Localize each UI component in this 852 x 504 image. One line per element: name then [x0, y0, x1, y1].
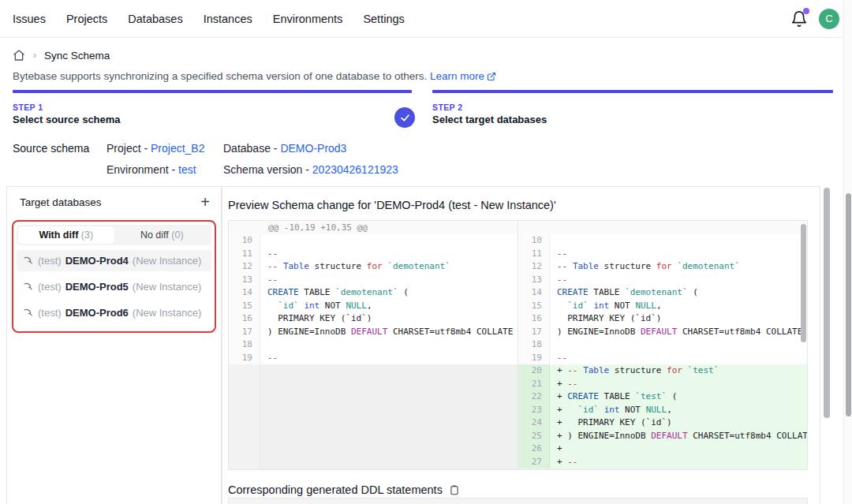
diff-line-16: 16 PRIMARY KEY (`id`) — [229, 312, 518, 326]
step-1-number: STEP 1 — [13, 103, 412, 112]
code-text: `id` int NOT NULL, — [260, 300, 518, 313]
notifications-button[interactable] — [790, 10, 808, 28]
diff-hunk-header — [518, 221, 807, 234]
diff-line-22: 22+ CREATE TABLE `test` ( — [518, 390, 807, 404]
target-databases-title: Target databases — [20, 196, 102, 208]
diff-line-17: 17) ENGINE=InnoDB DEFAULT CHARSET=utf8mb… — [229, 326, 518, 339]
code-text: + -- Table structure for `test` — [550, 364, 807, 378]
home-icon[interactable] — [13, 49, 25, 62]
line-number: 26 — [518, 442, 550, 456]
nav-items: IssuesProjectsDatabasesInstancesEnvironm… — [13, 13, 405, 25]
line-number: 19 — [518, 352, 550, 365]
mysql-icon — [23, 282, 34, 293]
breadcrumb: › Sync Schema — [13, 49, 110, 62]
line-number: 22 — [518, 390, 550, 404]
database-link[interactable]: DEMO-Prod3 — [280, 142, 346, 155]
db-name: DEMO-Prod6 — [65, 307, 129, 319]
code-text: ) ENGINE=InnoDB DEFAULT CHARSET=utf8mb4 … — [550, 326, 807, 339]
nav-item-environments[interactable]: Environments — [273, 13, 343, 25]
source-database: Database - DEMO-Prod3 — [223, 142, 346, 155]
diff-line-12: 12-- Table structure for `demotenant` — [518, 260, 807, 274]
avatar[interactable]: C — [819, 9, 839, 29]
tab-no-diff-count: (0) — [171, 230, 183, 241]
project-link[interactable]: Project_B2 — [151, 142, 204, 155]
line-number: 15 — [518, 300, 550, 313]
code-text: -- — [550, 274, 807, 287]
diff-tabs: With diff (3) No diff (0) — [17, 225, 211, 245]
db-environment: (test) — [38, 281, 62, 293]
copy-icon[interactable] — [449, 484, 460, 496]
diff-line-27: 27+ -- — [518, 456, 807, 469]
db-instance-suffix: (New Instance) — [133, 281, 201, 293]
db-name: DEMO-Prod4 — [65, 255, 129, 267]
target-database-list: (test) DEMO-Prod4 (New Instance)(test) D… — [17, 250, 211, 323]
line-number: 10 — [229, 234, 260, 248]
mysql-icon — [23, 256, 34, 267]
add-target-database-button[interactable]: + — [200, 195, 210, 209]
code-text — [550, 338, 807, 352]
intro-text: Bytebase supports synchronizing a specif… — [13, 70, 496, 82]
ddl-title: Corresponding generated DDL statements — [228, 483, 443, 496]
diff-line-12: 12-- Table structure for `demotenant` — [229, 260, 518, 274]
page-scrollbar[interactable] — [846, 193, 851, 416]
code-text: ) ENGINE=InnoDB DEFAULT CHARSET=utf8mb4 … — [260, 326, 518, 339]
tab-with-diff[interactable]: With diff (3) — [18, 226, 114, 244]
step-1-label: Select source schema — [13, 114, 412, 125]
code-text: + -- — [550, 456, 807, 469]
target-databases-selection-box: With diff (3) No diff (0) (test) DEMO-Pr… — [12, 220, 216, 333]
line-number: 18 — [518, 338, 550, 352]
environment-link[interactable]: test — [178, 163, 196, 176]
line-number: 16 — [229, 312, 260, 326]
nav-item-issues[interactable]: Issues — [13, 13, 46, 25]
source-schema-version: Schema version - 20230426121923 — [223, 163, 398, 176]
diff-hunk-header: @@ -10,19 +10,35 @@ — [229, 221, 518, 234]
code-text: -- — [260, 248, 518, 261]
line-number: 20 — [518, 364, 550, 378]
diff-line-21: 21+ -- — [518, 378, 807, 391]
diff-line-14: 14CREATE TABLE `demotenant` ( — [518, 286, 807, 300]
line-number: 19 — [229, 352, 260, 365]
diff-empty-filler — [229, 364, 518, 469]
content-scrollbar[interactable] — [824, 188, 830, 418]
diff-line-26: 26+ — [518, 442, 807, 456]
tab-with-diff-label: With diff — [39, 230, 80, 241]
code-text: -- — [260, 274, 518, 287]
diff-line-25: 25+ ) ENGINE=InnoDB DEFAULT CHARSET=utf8… — [518, 430, 807, 443]
diff-line-15: 15 `id` int NOT NULL, — [229, 300, 518, 313]
line-number: 23 — [518, 404, 550, 417]
line-number: 21 — [518, 378, 550, 391]
code-text: + `id` int NOT NULL, — [550, 404, 807, 417]
diff-line-11: 11-- — [518, 248, 807, 261]
line-number: 13 — [518, 274, 550, 287]
nav-item-databases[interactable]: Databases — [128, 13, 182, 25]
line-number: 15 — [229, 300, 260, 313]
learn-more-link[interactable]: Learn more — [430, 70, 484, 82]
line-number: 16 — [518, 312, 550, 326]
target-database-item-demo-prod5[interactable]: (test) DEMO-Prod5 (New Instance) — [17, 276, 211, 297]
diff-line-20: 20+ -- Table structure for `test` — [518, 364, 807, 378]
target-databases-panel: Target databases + With diff (3) No diff… — [6, 186, 222, 504]
diff-scrollbar[interactable] — [801, 224, 806, 342]
preview-title: Preview Schema change for 'DEMO-Prod4 (t… — [228, 199, 556, 211]
line-number: 10 — [518, 234, 550, 248]
target-database-item-demo-prod6[interactable]: (test) DEMO-Prod6 (New Instance) — [17, 302, 211, 323]
schema-version-link[interactable]: 20230426121923 — [312, 163, 398, 176]
diff-empty-filler — [518, 469, 807, 469]
diff-line-15: 15 `id` int NOT NULL, — [518, 300, 807, 313]
nav-item-settings[interactable]: Settings — [363, 13, 404, 25]
line-number: 18 — [229, 338, 260, 352]
intro-description: Bytebase supports synchronizing a specif… — [13, 70, 430, 82]
code-text: + — [550, 442, 807, 456]
nav-item-projects[interactable]: Projects — [66, 13, 107, 25]
mysql-icon — [23, 308, 34, 319]
target-database-item-demo-prod4[interactable]: (test) DEMO-Prod4 (New Instance) — [17, 250, 211, 271]
diff-line-16: 16 PRIMARY KEY (`id`) — [518, 312, 807, 326]
line-number: 14 — [229, 286, 260, 300]
code-text — [260, 338, 518, 352]
source-project: Project - Project_B2 — [106, 142, 205, 155]
line-number: 12 — [229, 260, 260, 274]
nav-item-instances[interactable]: Instances — [204, 13, 252, 25]
ddl-code-block-top — [228, 498, 808, 504]
line-number: 12 — [518, 260, 550, 274]
tab-no-diff[interactable]: No diff (0) — [114, 226, 211, 244]
